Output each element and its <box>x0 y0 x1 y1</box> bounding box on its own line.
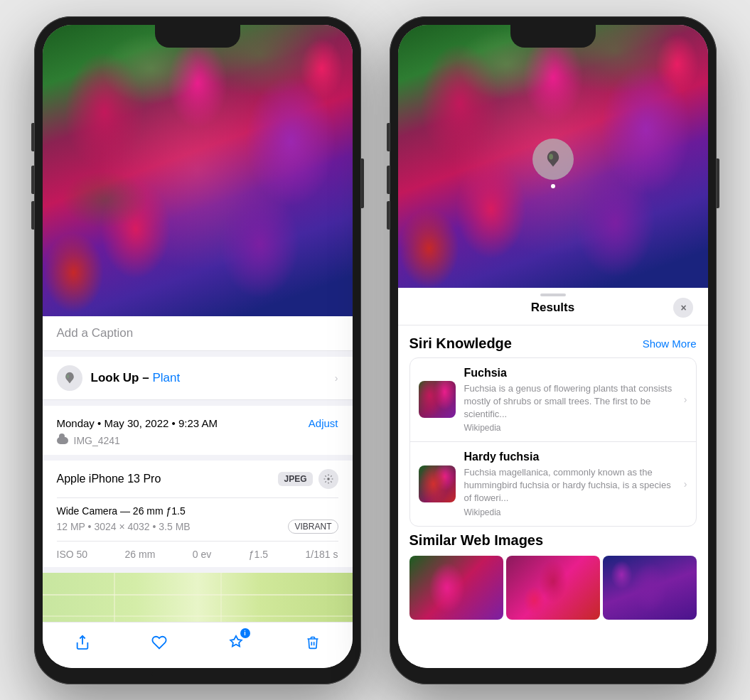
hardy-fuchsia-source: Wikipedia <box>464 507 675 517</box>
adjust-button[interactable]: Adjust <box>309 417 338 429</box>
visual-search-button[interactable] <box>532 139 574 180</box>
drag-indicator <box>540 294 566 296</box>
lookup-icon <box>57 365 82 391</box>
knowledge-item-fuchsia[interactable]: Fuchsia Fuchsia is a genus of flowering … <box>410 358 696 443</box>
favorite-button[interactable] <box>148 631 171 654</box>
device-name: Apple iPhone 13 Pro <box>57 473 161 485</box>
phone-notch <box>155 25 240 48</box>
knowledge-card: Fuchsia Fuchsia is a genus of flowering … <box>409 357 697 527</box>
photo-details-panel: Add a Caption Look Up – Plant › <box>43 316 353 622</box>
results-title: Results <box>531 301 574 315</box>
fuchsia-chevron-icon: › <box>684 394 687 405</box>
hardy-fuchsia-thumbnail <box>419 465 456 502</box>
similar-images-grid <box>409 556 697 620</box>
settings-icon[interactable] <box>318 469 338 489</box>
map-preview[interactable] <box>43 573 353 622</box>
svg-point-0 <box>66 375 68 378</box>
hardy-fuchsia-name: Hardy fuchsia <box>464 451 675 463</box>
lookup-label: Look Up – Plant <box>91 371 181 385</box>
svg-point-1 <box>327 478 330 480</box>
bottom-toolbar: i <box>43 622 353 668</box>
camera-spec: Wide Camera — 26 mm ƒ1.5 <box>57 505 338 517</box>
lookup-chevron-icon: › <box>335 372 338 384</box>
info-button[interactable]: i <box>225 631 247 654</box>
fuchsia-description: Fuchsia is a genus of flowering plants t… <box>464 382 675 421</box>
device-row: Apple iPhone 13 Pro JPEG <box>57 461 338 498</box>
siri-knowledge-title: Siri Knowledge <box>409 335 512 352</box>
share-button[interactable] <box>71 631 94 654</box>
exif-aperture: ƒ1.5 <box>249 549 268 560</box>
hardy-fuchsia-description: Fuchsia magellanica, commonly known as t… <box>464 466 675 505</box>
visual-search-dot <box>551 184 555 188</box>
delete-button[interactable] <box>301 631 324 654</box>
results-panel: Results × Siri Knowledge Show More <box>398 288 708 668</box>
siri-knowledge-header: Siri Knowledge Show More <box>409 325 697 357</box>
fuchsia-thumbnail <box>419 381 456 418</box>
format-badge: JPEG <box>278 472 312 486</box>
similar-section: Similar Web Images <box>409 527 697 620</box>
cloud-icon <box>57 437 68 444</box>
knowledge-item-hardy-fuchsia[interactable]: Hardy fuchsia Fuchsia magellanica, commo… <box>410 442 696 526</box>
home-indicator-right <box>507 672 599 676</box>
exif-shutter: 1/181 s <box>306 549 338 560</box>
caption-area[interactable]: Add a Caption <box>43 316 353 351</box>
lookup-row[interactable]: Look Up – Plant › <box>43 357 353 400</box>
device-badges: JPEG <box>278 469 338 489</box>
exif-focal: 26 mm <box>125 549 156 560</box>
exif-ev: 0 ev <box>193 549 211 560</box>
similar-image-1[interactable] <box>409 556 503 620</box>
hardy-fuchsia-info: Hardy fuchsia Fuchsia magellanica, commo… <box>464 451 675 517</box>
similar-image-2[interactable] <box>506 556 600 620</box>
exif-iso: ISO 50 <box>57 549 88 560</box>
camera-row: Wide Camera — 26 mm ƒ1.5 12 MP • 3024 × … <box>57 498 338 542</box>
device-section: Apple iPhone 13 Pro JPEG <box>43 461 353 567</box>
right-phone: Results × Siri Knowledge Show More <box>390 16 717 684</box>
metadata-section: Monday • May 30, 2022 • 9:23 AM Adjust I… <box>43 406 353 455</box>
fuchsia-source: Wikipedia <box>464 423 675 433</box>
similar-images-title: Similar Web Images <box>409 532 697 549</box>
info-badge: i <box>240 628 250 638</box>
hardy-fuchsia-chevron-icon: › <box>684 478 687 490</box>
home-indicator <box>151 672 244 676</box>
caption-placeholder[interactable]: Add a Caption <box>57 326 134 340</box>
photo-date: Monday • May 30, 2022 • 9:23 AM <box>57 417 218 429</box>
fuchsia-name: Fuchsia <box>464 367 675 379</box>
results-content: Siri Knowledge Show More Fuchsia Fuchsia… <box>398 325 708 668</box>
fuchsia-info: Fuchsia Fuchsia is a genus of flowering … <box>464 367 675 434</box>
exif-row: ISO 50 26 mm 0 ev ƒ1.5 1/181 s <box>57 542 338 567</box>
vibrant-badge: VIBRANT <box>288 519 338 534</box>
photo-view-right[interactable] <box>398 25 708 288</box>
photo-view-left[interactable] <box>43 25 353 316</box>
mp-spec: 12 MP • 3024 × 4032 • 3.5 MB <box>57 521 191 532</box>
similar-image-3[interactable] <box>603 556 697 620</box>
photo-filename: IMG_4241 <box>57 435 338 446</box>
svg-point-3 <box>549 154 553 159</box>
phone-notch-right <box>510 25 596 48</box>
close-button[interactable]: × <box>673 298 693 318</box>
show-more-button[interactable]: Show More <box>643 338 697 350</box>
left-phone: Add a Caption Look Up – Plant › <box>34 16 361 684</box>
